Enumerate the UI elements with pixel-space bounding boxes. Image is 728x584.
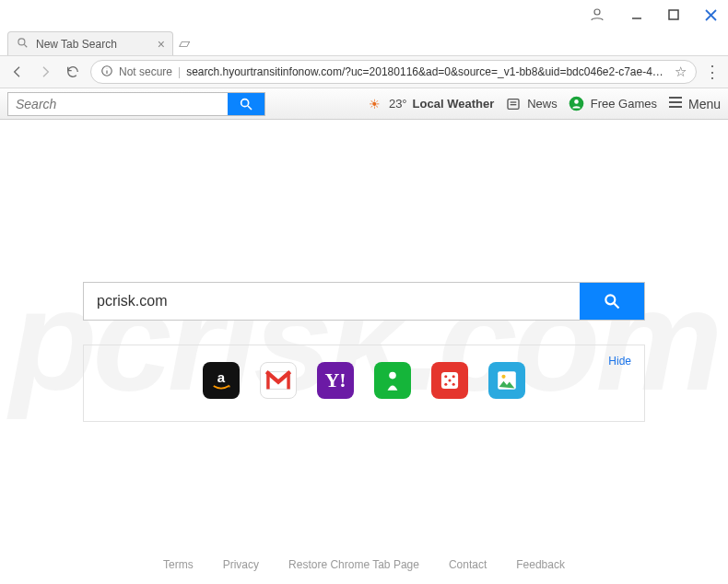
url-text: search.hyourtransitinfonow.com/?uc=20180… xyxy=(186,65,669,78)
extension-toolbar: ☀ 23° Local Weather News Free Games Menu xyxy=(0,88,728,120)
address-bar[interactable]: Not secure | search.hyourtransitinfonow.… xyxy=(90,60,697,84)
tab-strip: New Tab Search × ▱ xyxy=(0,29,728,55)
svg-line-11 xyxy=(248,106,252,110)
quicklink-yahoo[interactable]: Y! xyxy=(317,362,354,399)
quicklink-dice[interactable] xyxy=(431,362,468,399)
svg-point-34 xyxy=(501,375,505,379)
footer-terms[interactable]: Terms xyxy=(163,558,194,571)
forward-icon[interactable] xyxy=(35,62,55,82)
security-info-icon[interactable] xyxy=(100,64,113,80)
quicklink-games[interactable] xyxy=(374,362,411,399)
weather-temp: 23° xyxy=(389,97,407,111)
svg-rect-2 xyxy=(669,10,678,19)
sun-icon: ☀ xyxy=(367,96,383,112)
svg-line-21 xyxy=(615,304,619,309)
free-games-label: Free Games xyxy=(591,97,657,111)
quicklinks-panel: Hide a Y! xyxy=(83,345,645,422)
toolbar-search-input[interactable] xyxy=(8,97,228,111)
hamburger-icon xyxy=(668,96,683,111)
minimize-icon[interactable] xyxy=(631,9,642,20)
window-title-bar xyxy=(0,0,728,29)
quicklink-amazon[interactable]: a xyxy=(203,362,240,399)
reload-icon[interactable] xyxy=(63,62,83,82)
footer-feedback[interactable]: Feedback xyxy=(516,558,565,571)
svg-point-16 xyxy=(574,99,579,104)
bookmark-icon[interactable]: ☆ xyxy=(675,64,687,80)
svg-point-31 xyxy=(444,383,447,386)
browser-tab[interactable]: New Tab Search × xyxy=(7,31,173,55)
tab-favicon xyxy=(16,36,29,52)
svg-point-20 xyxy=(605,295,615,304)
svg-line-6 xyxy=(24,44,27,47)
main-search xyxy=(83,282,645,321)
chrome-menu-icon[interactable]: ⋮ xyxy=(704,62,721,82)
news-icon xyxy=(505,96,522,112)
toolbar-weather[interactable]: ☀ 23° Local Weather xyxy=(367,96,494,112)
svg-point-5 xyxy=(18,39,25,45)
new-tab-icon[interactable]: ▱ xyxy=(179,34,190,55)
address-bar-row: Not secure | search.hyourtransitinfonow.… xyxy=(0,55,728,88)
toolbar-search-button[interactable] xyxy=(228,93,264,115)
footer-links: Terms Privacy Restore Chrome Tab Page Co… xyxy=(0,558,728,571)
page-content: pcrisk.com Hide a Y! xyxy=(0,120,728,584)
svg-text:a: a xyxy=(217,369,226,385)
svg-rect-24 xyxy=(266,372,269,390)
toolbar-search[interactable] xyxy=(7,92,265,116)
security-label: Not secure xyxy=(119,65,172,78)
toolbar-free-games[interactable]: Free Games xyxy=(569,96,657,112)
quicklink-photos[interactable] xyxy=(488,362,525,399)
footer-restore[interactable]: Restore Chrome Tab Page xyxy=(288,558,419,571)
svg-point-28 xyxy=(444,375,447,378)
tab-title: New Tab Search xyxy=(36,38,117,51)
svg-rect-25 xyxy=(287,372,289,390)
svg-point-10 xyxy=(241,99,249,106)
svg-point-30 xyxy=(448,379,451,381)
svg-point-26 xyxy=(389,372,396,380)
main-search-button[interactable] xyxy=(580,283,644,320)
toolbar-menu-button[interactable]: Menu xyxy=(668,96,721,111)
maximize-icon[interactable] xyxy=(668,9,679,20)
news-label: News xyxy=(527,97,558,111)
profile-icon[interactable] xyxy=(589,6,605,23)
tab-close-icon[interactable]: × xyxy=(158,38,165,51)
games-user-icon xyxy=(569,96,585,112)
weather-label: Local Weather xyxy=(413,97,495,111)
svg-point-0 xyxy=(594,9,600,15)
menu-label: Menu xyxy=(688,97,721,111)
toolbar-news[interactable]: News xyxy=(505,96,558,112)
close-icon[interactable] xyxy=(705,9,717,21)
back-icon[interactable] xyxy=(7,62,28,82)
main-search-input[interactable] xyxy=(84,283,580,320)
svg-point-29 xyxy=(452,375,455,378)
svg-point-32 xyxy=(452,383,455,386)
footer-privacy[interactable]: Privacy xyxy=(223,558,259,571)
quicklink-gmail[interactable] xyxy=(260,362,297,399)
hide-link[interactable]: Hide xyxy=(608,355,631,368)
footer-contact[interactable]: Contact xyxy=(449,558,487,571)
